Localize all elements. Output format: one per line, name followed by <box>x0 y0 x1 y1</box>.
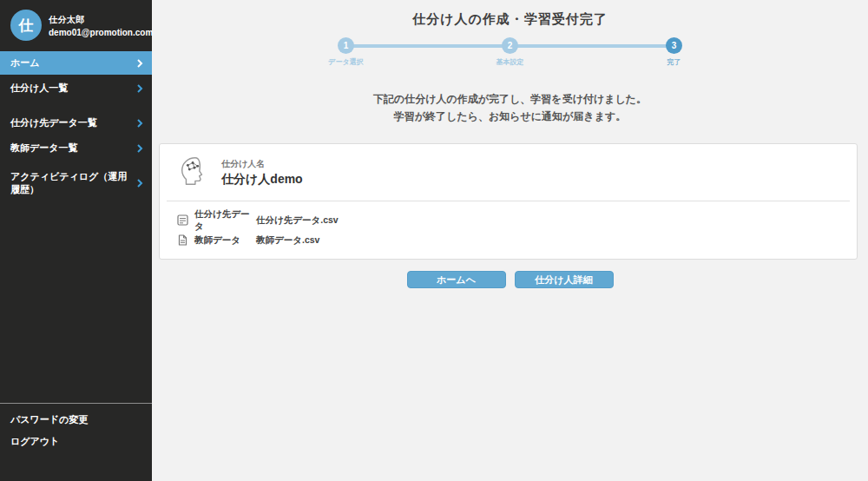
avatar: 仕 <box>10 10 42 41</box>
user-email: demo01@promotion.com <box>49 28 153 37</box>
home-button[interactable]: ホームへ <box>407 271 506 288</box>
nav-group-data: 仕分け先データ一覧 教師データ一覧 <box>0 111 152 160</box>
sorter-name-block: 仕分け人名 仕分け人demo <box>221 158 303 188</box>
app-window: 仕 仕分太郎 demo01@promotion.com ホーム 仕分け人一覧 <box>0 0 868 481</box>
sidebar-footer: パスワードの変更 ログアウト <box>0 403 152 452</box>
nav-group-main: ホーム 仕分け人一覧 <box>0 51 152 100</box>
sorter-name-value: 仕分け人demo <box>221 172 303 188</box>
chevron-right-icon <box>136 119 143 128</box>
sidebar-item-logout[interactable]: ログアウト <box>0 431 152 452</box>
sidebar-item-label: 教師データ一覧 <box>10 142 78 155</box>
sidebar-item-label: 仕分け人一覧 <box>10 82 68 95</box>
nav-group-log: アクティビティログ（運用履歴） <box>0 171 152 194</box>
card-divider <box>167 201 850 201</box>
stepper-steps: 1 データ選択 2 基本設定 3 完了 <box>338 37 683 67</box>
step-data-select: 1 データ選択 <box>338 37 355 67</box>
step-circle-3: 3 <box>666 37 682 54</box>
card-header: 仕分け人名 仕分け人demo <box>177 155 839 191</box>
message-line-2: 学習が終了したら、お知らせに通知が届きます。 <box>152 108 868 125</box>
step-complete: 3 完了 <box>666 37 683 67</box>
step-basic-settings: 2 基本設定 <box>502 37 519 67</box>
card-row-destination-data: 仕分け先データ 仕分け先データ.csv <box>177 210 839 230</box>
user-name: 仕分太郎 <box>49 14 153 26</box>
teacher-data-file-icon <box>177 234 188 246</box>
row-label: 仕分け先データ <box>194 208 256 233</box>
message-line-1: 下記の仕分け人の作成が完了し、学習を受け付けました。 <box>152 90 868 108</box>
chevron-right-icon <box>136 84 143 93</box>
user-profile: 仕 仕分太郎 demo01@promotion.com <box>0 0 152 51</box>
sidebar-item-activity-log[interactable]: アクティビティログ（運用履歴） <box>0 171 152 194</box>
sidebar-item-label: ホーム <box>10 56 40 69</box>
sorter-detail-button[interactable]: 仕分け人詳細 <box>515 271 614 288</box>
avatar-initial: 仕 <box>19 16 34 36</box>
sidebar-item-sorter-list[interactable]: 仕分け人一覧 <box>0 76 152 100</box>
step-label-1: データ選択 <box>328 57 363 67</box>
page-title: 仕分け人の作成・学習受付完了 <box>152 11 868 28</box>
action-buttons: ホームへ 仕分け人詳細 <box>152 271 868 288</box>
sidebar-item-label: アクティビティログ（運用履歴） <box>10 170 136 196</box>
step-circle-1: 1 <box>338 37 354 54</box>
card-row-teacher-data: 教師データ 教師データ.csv <box>177 230 839 250</box>
row-label: 教師データ <box>194 234 256 247</box>
sidebar-item-change-password[interactable]: パスワードの変更 <box>0 409 152 431</box>
sidebar-nav: ホーム 仕分け人一覧 仕分け先データ一覧 <box>0 51 152 194</box>
main-content: 仕分け人の作成・学習受付完了 1 データ選択 2 基本設定 3 完了 下記の仕分… <box>152 0 868 481</box>
brain-head-icon <box>177 155 210 191</box>
sidebar: 仕 仕分太郎 demo01@promotion.com ホーム 仕分け人一覧 <box>0 0 152 481</box>
stepper: 1 データ選択 2 基本設定 3 完了 <box>338 37 683 70</box>
sidebar-item-destination-data-list[interactable]: 仕分け先データ一覧 <box>0 111 152 135</box>
sidebar-item-teacher-data-list[interactable]: 教師データ一覧 <box>0 136 152 160</box>
step-label-2: 基本設定 <box>496 57 524 67</box>
destination-data-icon <box>177 214 188 226</box>
sorter-summary-card: 仕分け人名 仕分け人demo 仕分け先データ 仕分け先データ.csv <box>159 143 858 260</box>
row-value: 教師データ.csv <box>256 234 319 247</box>
step-label-3: 完了 <box>667 57 681 67</box>
chevron-right-icon <box>136 179 143 188</box>
chevron-right-icon <box>136 59 143 68</box>
chevron-right-icon <box>136 144 143 153</box>
sidebar-item-label: 仕分け先データ一覧 <box>10 116 97 129</box>
sorter-name-label: 仕分け人名 <box>221 158 303 170</box>
step-circle-2: 2 <box>502 37 518 54</box>
user-text: 仕分太郎 demo01@promotion.com <box>49 14 153 37</box>
row-value: 仕分け先データ.csv <box>256 214 339 227</box>
sidebar-item-home[interactable]: ホーム <box>0 51 152 75</box>
completion-message: 下記の仕分け人の作成が完了し、学習を受け付けました。 学習が終了したら、お知らせ… <box>152 90 868 125</box>
